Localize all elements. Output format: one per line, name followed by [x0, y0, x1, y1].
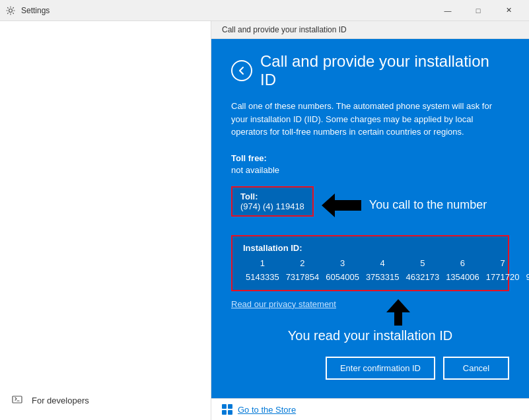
- description: Call one of these numbers. The automated…: [231, 100, 509, 139]
- back-button[interactable]: [231, 60, 252, 81]
- id-val-7: 1771720: [483, 271, 522, 283]
- go-to-store-link[interactable]: Go to the Store: [238, 405, 296, 415]
- sidebar: For developers: [0, 21, 211, 420]
- id-val-4: 3753315: [363, 271, 402, 283]
- id-val-5: 4632173: [404, 271, 442, 283]
- toll-box-label: Toll:: [240, 192, 304, 201]
- left-arrow-icon: [322, 193, 361, 217]
- close-button[interactable]: ✕: [493, 0, 524, 21]
- col-num-6: 6: [443, 257, 482, 269]
- maximize-button[interactable]: □: [463, 0, 493, 21]
- toll-box-value: (974) (4) 119418: [240, 201, 304, 211]
- enter-confirmation-button[interactable]: Enter confirmation ID: [326, 357, 435, 380]
- annotation-text: You read your installation ID: [231, 328, 509, 343]
- store-icon: [222, 404, 232, 415]
- bottom-buttons: Enter confirmation ID Cancel: [231, 357, 509, 380]
- privacy-link[interactable]: Read our privacy statement: [231, 299, 336, 309]
- callout-text: You call to the number: [369, 198, 487, 212]
- settings-window-icon: [5, 5, 16, 16]
- sidebar-item-developers[interactable]: For developers: [0, 386, 211, 415]
- col-num-8: 8: [523, 257, 529, 269]
- developers-icon: [11, 394, 24, 407]
- titlebar-controls: — □ ✕: [433, 0, 524, 21]
- id-val-1: 5143335: [243, 271, 282, 283]
- sidebar-item-developers-label: For developers: [32, 396, 89, 405]
- toll-box: Toll: (974) (4) 119418: [231, 186, 314, 217]
- col-num-5: 5: [404, 257, 442, 269]
- content: For developers Call and provide your ins…: [0, 21, 529, 420]
- installation-id-label: Installation ID:: [243, 243, 497, 253]
- col-num-4: 4: [363, 257, 402, 269]
- window: Settings — □ ✕ For developers Cal: [0, 0, 529, 420]
- toll-free-value: not available: [231, 165, 279, 175]
- toll-free-label: Toll free:: [231, 153, 267, 163]
- id-val-6: 1354006: [443, 271, 482, 283]
- svg-marker-3: [386, 299, 410, 326]
- svg-marker-2: [322, 193, 361, 217]
- installation-id-box: Installation ID: 1 2 3 4 5 6 7 8 9 51433…: [231, 235, 509, 291]
- toll-free-section: Toll free: not available: [231, 152, 509, 176]
- main: Call and provide your installation ID Ca…: [211, 21, 529, 420]
- col-num-7: 7: [483, 257, 522, 269]
- col-num-1: 1: [243, 257, 282, 269]
- id-val-2: 7317854: [283, 271, 322, 283]
- page-header: Call and provide your installation ID: [231, 52, 509, 89]
- installation-id-grid: 1 2 3 4 5 6 7 8 9 5143335 7317854 605400…: [243, 257, 497, 283]
- bottom-bar[interactable]: Go to the Store: [211, 398, 529, 420]
- page-title: Call and provide your installation ID: [260, 52, 509, 89]
- up-arrow-icon: [386, 299, 410, 326]
- id-val-3: 6054005: [323, 271, 362, 283]
- id-val-8: 9799155: [523, 271, 529, 283]
- col-num-2: 2: [283, 257, 322, 269]
- titlebar: Settings — □ ✕: [0, 0, 529, 21]
- blue-content: Call and provide your installation ID Ca…: [211, 39, 529, 398]
- svg-point-0: [9, 9, 13, 12]
- col-num-3: 3: [323, 257, 362, 269]
- toll-row: Toll: (974) (4) 119418 You call to the n…: [231, 186, 509, 225]
- svg-rect-1: [13, 396, 22, 403]
- minimize-button[interactable]: —: [433, 0, 463, 21]
- titlebar-left: Settings: [5, 5, 50, 16]
- breadcrumb: Call and provide your installation ID: [211, 21, 529, 39]
- cancel-button[interactable]: Cancel: [443, 357, 509, 380]
- window-title: Settings: [21, 6, 50, 15]
